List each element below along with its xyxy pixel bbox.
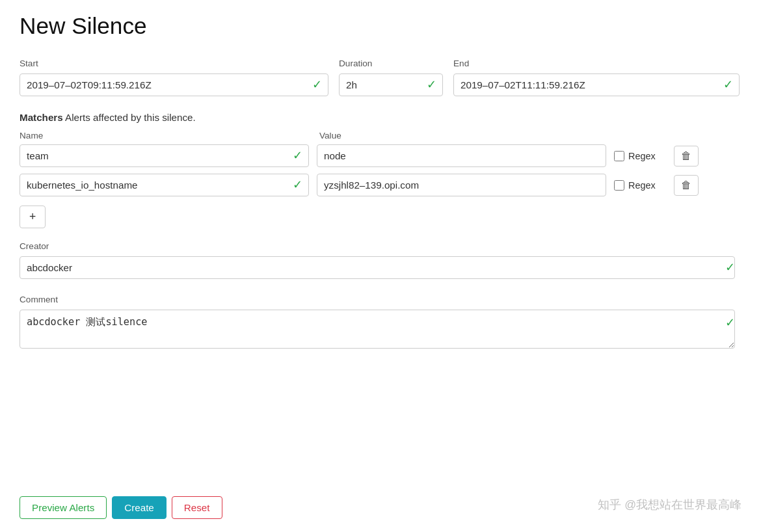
regex-label-2: Regex xyxy=(628,180,656,191)
preview-alerts-button[interactable]: Preview Alerts xyxy=(20,496,107,519)
creator-label: Creator xyxy=(20,241,741,251)
matcher-value-wrapper-2 xyxy=(317,174,606,196)
regex-group-1: Regex xyxy=(614,151,666,161)
end-label: End xyxy=(453,59,740,68)
matchers-header: Matchers Alerts affected by this silence… xyxy=(20,112,741,123)
matcher-name-wrapper-2: ✓ xyxy=(20,174,309,196)
matchers-col-labels: Name Value xyxy=(20,131,741,140)
value-col-label: Value xyxy=(319,131,341,140)
trash-icon-2: 🗑 xyxy=(681,180,691,191)
watermark: 知乎 @我想站在世界最高峰 xyxy=(598,497,741,512)
matchers-description: Alerts affected by this silence. xyxy=(65,112,196,123)
regex-checkbox-1[interactable] xyxy=(614,151,624,161)
footer-buttons: Preview Alerts Create Reset xyxy=(20,496,222,519)
create-button[interactable]: Create xyxy=(112,496,167,519)
comment-label: Comment xyxy=(20,295,741,304)
matcher-name-wrapper-1: ✓ xyxy=(20,144,309,167)
matcher-row-2: ✓ Regex 🗑 xyxy=(20,174,741,196)
duration-input[interactable] xyxy=(339,73,443,96)
trash-icon-1: 🗑 xyxy=(681,150,691,162)
duration-input-wrapper: ✓ xyxy=(339,73,443,96)
delete-matcher-button-1[interactable]: 🗑 xyxy=(674,146,699,166)
end-input-wrapper: ✓ xyxy=(453,73,740,96)
end-field-group: End ✓ xyxy=(453,59,740,96)
datetime-row: Start ✓ Duration ✓ End ✓ xyxy=(20,59,741,96)
regex-label-1: Regex xyxy=(628,151,656,161)
name-col-label: Name xyxy=(20,131,309,140)
start-input[interactable] xyxy=(20,73,328,96)
creator-input-wrapper: ✓ xyxy=(20,256,741,279)
delete-matcher-button-2[interactable]: 🗑 xyxy=(674,175,699,196)
start-input-wrapper: ✓ xyxy=(20,73,328,96)
matcher-name-input-2[interactable] xyxy=(20,174,309,196)
start-label: Start xyxy=(20,59,328,68)
creator-section: Creator ✓ xyxy=(20,241,741,279)
end-input[interactable] xyxy=(453,73,740,96)
start-field-group: Start ✓ xyxy=(20,59,328,96)
matchers-section: Matchers Alerts affected by this silence… xyxy=(20,112,741,228)
matchers-label: Matchers xyxy=(20,112,63,123)
page-title: New Silence xyxy=(20,13,741,39)
duration-field-group: Duration ✓ xyxy=(339,59,443,96)
reset-button[interactable]: Reset xyxy=(172,496,222,519)
add-matcher-button[interactable]: + xyxy=(20,206,46,228)
comment-input-wrapper: abcdocker 测试silence ✓ xyxy=(20,310,741,349)
regex-checkbox-2[interactable] xyxy=(614,180,624,191)
matcher-value-input-1[interactable] xyxy=(317,144,606,167)
creator-input[interactable] xyxy=(20,256,735,279)
comment-textarea[interactable]: abcdocker 测试silence xyxy=(20,310,735,349)
duration-label: Duration xyxy=(339,59,443,68)
matcher-value-wrapper-1 xyxy=(317,144,606,167)
comment-section: Comment abcdocker 测试silence ✓ xyxy=(20,295,741,349)
matcher-name-input-1[interactable] xyxy=(20,144,309,167)
matcher-row-1: ✓ Regex 🗑 xyxy=(20,144,741,167)
regex-group-2: Regex xyxy=(614,180,666,191)
matcher-value-input-2[interactable] xyxy=(317,174,606,196)
